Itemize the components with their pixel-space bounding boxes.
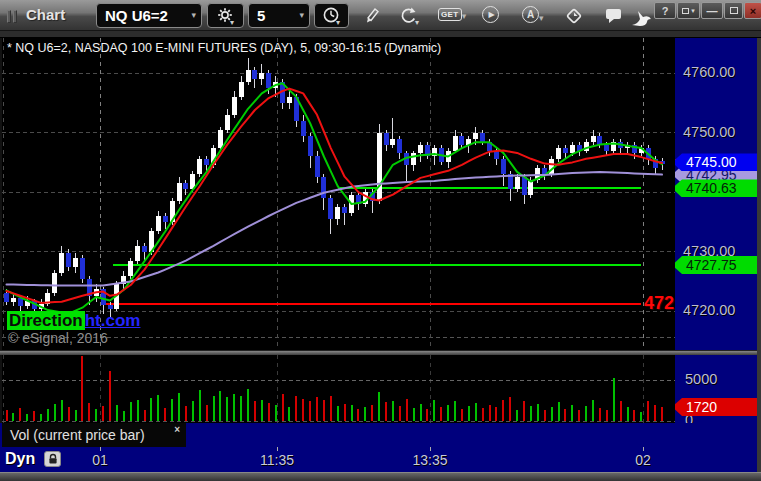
volume-study-tab[interactable]: Vol (current price bar) × <box>2 423 186 447</box>
flip-card-icon <box>564 6 584 26</box>
time-axis: Dyn 0111:3513:3502 <box>0 447 757 472</box>
play-button[interactable]: ▶ <box>482 6 499 23</box>
gear-icon: ▾ <box>216 6 236 26</box>
share-button[interactable] <box>631 9 653 29</box>
price-axis-label: 4720.00 <box>683 302 735 320</box>
popout-button[interactable]: ▾ <box>677 2 700 19</box>
popout-icon <box>682 8 689 14</box>
time-axis-label: 11:35 <box>260 452 294 468</box>
close-study-icon[interactable]: × <box>174 424 180 435</box>
get-data-button[interactable]: GET ▾ <box>438 8 471 21</box>
close-button[interactable]: × <box>744 2 761 19</box>
watermark: Directionht.com <box>7 311 140 331</box>
symbol-settings-button[interactable]: ▾ <box>207 3 244 28</box>
red-level-label: 472 <box>644 293 674 314</box>
window-grip-icon <box>7 9 21 23</box>
last-price-tag: 4745.00 <box>675 153 757 171</box>
svg-text:▾: ▾ <box>230 18 234 26</box>
time-template-lock-button[interactable] <box>44 451 61 467</box>
pencil-icon <box>363 6 381 25</box>
volume-axis[interactable]: 500001720 <box>675 355 757 423</box>
price-axis-label: 4760.00 <box>683 64 735 82</box>
price-axis-label: 4750.00 <box>683 124 735 142</box>
price-plot[interactable]: * NQ U6=2, NASDAQ 100 E-MINI FUTURES (DA… <box>2 38 675 350</box>
chat-button[interactable] <box>604 6 624 26</box>
chevron-down-icon: ▾ <box>539 14 549 23</box>
copyright-label: © eSignal, 2016 <box>8 330 108 346</box>
toolbar-lower-strip <box>0 31 761 38</box>
volume-plot[interactable] <box>2 355 675 423</box>
time-axis-label: 13:35 <box>412 452 447 468</box>
time-axis-tick <box>100 447 101 451</box>
volume-tab-label: Vol (current price bar) <box>10 427 145 443</box>
auto-button[interactable]: A ▾ <box>522 6 549 23</box>
maximize-button[interactable] <box>724 2 743 19</box>
volume-axis-label: 5000 <box>685 371 717 387</box>
current-volume-tag: 1720 <box>675 398 757 416</box>
study-tab-bar: Vol (current price bar) × <box>0 423 757 447</box>
time-axis-label: 01 <box>92 452 108 468</box>
time-axis-label: 02 <box>635 452 651 468</box>
speech-bubble-icon <box>604 6 624 26</box>
interval-value: 5 <box>249 7 271 24</box>
bird-icon <box>631 9 653 29</box>
circle-a-icon: A <box>522 6 539 23</box>
time-axis-tick <box>643 447 644 451</box>
symbol-combo[interactable]: NQ U6=2 ▾ <box>96 3 202 28</box>
price-plot-canvas <box>2 38 675 350</box>
chevron-down-icon: ▾ <box>462 12 472 21</box>
refresh-icon: ▾ <box>397 6 423 26</box>
play-icon: ▶ <box>482 6 499 23</box>
chart-symbol-header: * NQ U6=2, NASDAQ 100 E-MINI FUTURES (DA… <box>7 41 441 55</box>
dyn-mode-button[interactable]: Dyn <box>5 450 35 468</box>
flip-chart-button[interactable] <box>564 6 584 26</box>
time-axis-tick <box>277 447 278 451</box>
chart-window: Chart NQ U6=2 ▾ ▾ 5 ▾ <box>0 0 761 481</box>
chevron-down-icon: ▾ <box>299 11 309 20</box>
svg-text:▾: ▾ <box>415 18 419 26</box>
maximize-icon <box>730 7 738 14</box>
green-level-tag-lower: 4727.75 <box>675 256 757 274</box>
clock-icon: ▾ <box>322 6 342 26</box>
time-template-button[interactable]: ▾ <box>314 3 349 28</box>
window-bottom-edge <box>0 472 761 481</box>
titlebar[interactable]: Chart NQ U6=2 ▾ ▾ 5 ▾ <box>0 0 761 31</box>
volume-plot-canvas <box>2 355 675 423</box>
chevron-down-icon: ▾ <box>191 11 201 20</box>
svg-text:▾: ▾ <box>336 18 340 26</box>
refresh-button[interactable]: ▾ <box>397 6 423 26</box>
window-title: Chart <box>26 6 65 23</box>
symbol-value: NQ U6=2 <box>97 7 174 24</box>
watermark-highlight: Direction <box>7 311 85 330</box>
lock-icon <box>47 453 59 465</box>
watermark-link[interactable]: ht.com <box>85 311 141 330</box>
green-level-tag-upper: 4740.63 <box>675 179 757 197</box>
draw-button[interactable] <box>363 6 381 25</box>
help-button[interactable]: ? <box>654 2 676 19</box>
time-axis-tick <box>430 447 431 451</box>
price-axis[interactable]: 4760.004750.004740.004730.004720.004742.… <box>675 38 757 350</box>
get-icon: GET <box>438 8 462 21</box>
window-right-edge <box>757 38 761 472</box>
interval-combo[interactable]: 5 ▾ <box>248 3 310 28</box>
minimize-button[interactable]: — <box>701 2 723 19</box>
